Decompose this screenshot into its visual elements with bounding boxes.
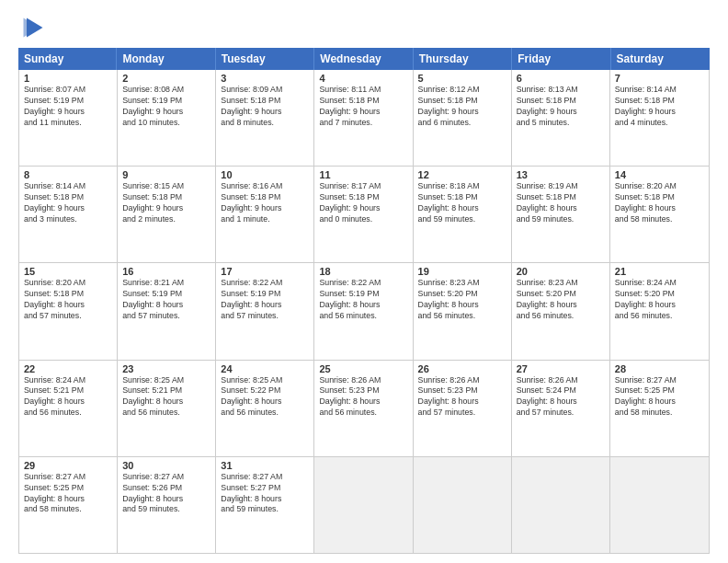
day-info: Sunrise: 8:17 AM Sunset: 5:18 PM Dayligh… — [319, 181, 407, 225]
day-number: 1 — [24, 73, 112, 84]
day-info: Sunrise: 8:23 AM Sunset: 5:20 PM Dayligh… — [418, 278, 506, 322]
day-number: 12 — [418, 169, 506, 180]
day-number: 27 — [517, 363, 605, 374]
day-number: 18 — [319, 266, 407, 277]
calendar-cell: 9Sunrise: 8:15 AM Sunset: 5:18 PM Daylig… — [118, 167, 216, 262]
calendar-cell: 8Sunrise: 8:14 AM Sunset: 5:18 PM Daylig… — [19, 167, 118, 262]
day-info: Sunrise: 8:09 AM Sunset: 5:18 PM Dayligh… — [221, 85, 309, 129]
day-number: 3 — [221, 73, 309, 84]
day-number: 22 — [24, 363, 112, 374]
day-info: Sunrise: 8:27 AM Sunset: 5:25 PM Dayligh… — [24, 472, 112, 516]
day-info: Sunrise: 8:16 AM Sunset: 5:18 PM Dayligh… — [221, 181, 309, 225]
day-number: 20 — [517, 266, 605, 277]
calendar-cell: 11Sunrise: 8:17 AM Sunset: 5:18 PM Dayli… — [314, 167, 413, 262]
day-info: Sunrise: 8:13 AM Sunset: 5:18 PM Dayligh… — [517, 85, 605, 129]
calendar-cell: 10Sunrise: 8:16 AM Sunset: 5:18 PM Dayli… — [216, 167, 314, 262]
calendar-cell: 7Sunrise: 8:14 AM Sunset: 5:18 PM Daylig… — [610, 70, 709, 166]
day-number: 21 — [615, 266, 704, 277]
day-number: 13 — [517, 169, 605, 180]
calendar-cell — [610, 457, 709, 553]
calendar-row: 1Sunrise: 8:07 AM Sunset: 5:19 PM Daylig… — [19, 70, 709, 167]
day-number: 25 — [319, 363, 407, 374]
header — [18, 15, 710, 40]
day-info: Sunrise: 8:22 AM Sunset: 5:19 PM Dayligh… — [221, 278, 309, 322]
day-number: 26 — [418, 363, 506, 374]
day-number: 28 — [615, 363, 704, 374]
calendar-cell: 1Sunrise: 8:07 AM Sunset: 5:19 PM Daylig… — [19, 70, 118, 166]
day-info: Sunrise: 8:20 AM Sunset: 5:18 PM Dayligh… — [24, 278, 112, 322]
calendar-header: SundayMondayTuesdayWednesdayThursdayFrid… — [18, 48, 710, 70]
calendar-cell: 19Sunrise: 8:23 AM Sunset: 5:20 PM Dayli… — [414, 263, 512, 359]
calendar-cell — [314, 457, 413, 553]
day-number: 19 — [418, 266, 506, 277]
calendar-row: 8Sunrise: 8:14 AM Sunset: 5:18 PM Daylig… — [19, 167, 709, 263]
calendar-cell: 23Sunrise: 8:25 AM Sunset: 5:21 PM Dayli… — [118, 361, 216, 456]
day-info: Sunrise: 8:11 AM Sunset: 5:18 PM Dayligh… — [319, 85, 407, 129]
day-info: Sunrise: 8:26 AM Sunset: 5:24 PM Dayligh… — [517, 375, 605, 419]
day-info: Sunrise: 8:27 AM Sunset: 5:26 PM Dayligh… — [122, 472, 210, 516]
day-info: Sunrise: 8:26 AM Sunset: 5:23 PM Dayligh… — [319, 375, 407, 419]
day-number: 16 — [122, 266, 210, 277]
day-number: 5 — [418, 73, 506, 84]
header-day-sunday: Sunday — [18, 48, 117, 70]
calendar-cell: 27Sunrise: 8:26 AM Sunset: 5:24 PM Dayli… — [512, 361, 610, 456]
calendar-cell: 13Sunrise: 8:19 AM Sunset: 5:18 PM Dayli… — [512, 167, 610, 262]
calendar-cell — [414, 457, 512, 553]
calendar-cell: 12Sunrise: 8:18 AM Sunset: 5:18 PM Dayli… — [414, 167, 512, 262]
logo-icon — [20, 15, 46, 40]
calendar-cell — [512, 457, 610, 553]
calendar-cell: 3Sunrise: 8:09 AM Sunset: 5:18 PM Daylig… — [216, 70, 314, 166]
calendar-body-outer: 1Sunrise: 8:07 AM Sunset: 5:19 PM Daylig… — [18, 70, 710, 554]
day-info: Sunrise: 8:27 AM Sunset: 5:25 PM Dayligh… — [615, 375, 704, 419]
calendar-cell: 14Sunrise: 8:20 AM Sunset: 5:18 PM Dayli… — [610, 167, 709, 262]
calendar-body: 1Sunrise: 8:07 AM Sunset: 5:19 PM Daylig… — [19, 70, 709, 553]
day-number: 17 — [221, 266, 309, 277]
day-info: Sunrise: 8:26 AM Sunset: 5:23 PM Dayligh… — [418, 375, 506, 419]
day-info: Sunrise: 8:24 AM Sunset: 5:20 PM Dayligh… — [615, 278, 704, 322]
header-day-thursday: Thursday — [414, 48, 512, 70]
calendar-cell: 2Sunrise: 8:08 AM Sunset: 5:19 PM Daylig… — [118, 70, 216, 166]
calendar-cell: 20Sunrise: 8:23 AM Sunset: 5:20 PM Dayli… — [512, 263, 610, 359]
header-day-friday: Friday — [512, 48, 610, 70]
day-info: Sunrise: 8:19 AM Sunset: 5:18 PM Dayligh… — [517, 181, 605, 225]
day-number: 9 — [122, 169, 210, 180]
day-number: 11 — [319, 169, 407, 180]
day-number: 10 — [221, 169, 309, 180]
page: SundayMondayTuesdayWednesdayThursdayFrid… — [0, 0, 728, 563]
day-info: Sunrise: 8:24 AM Sunset: 5:21 PM Dayligh… — [24, 375, 112, 419]
day-info: Sunrise: 8:15 AM Sunset: 5:18 PM Dayligh… — [122, 181, 210, 225]
day-number: 30 — [122, 460, 210, 471]
day-info: Sunrise: 8:27 AM Sunset: 5:27 PM Dayligh… — [221, 472, 309, 516]
calendar-cell: 6Sunrise: 8:13 AM Sunset: 5:18 PM Daylig… — [512, 70, 610, 166]
day-info: Sunrise: 8:25 AM Sunset: 5:21 PM Dayligh… — [122, 375, 210, 419]
day-number: 23 — [122, 363, 210, 374]
calendar-cell: 29Sunrise: 8:27 AM Sunset: 5:25 PM Dayli… — [19, 457, 118, 553]
day-info: Sunrise: 8:20 AM Sunset: 5:18 PM Dayligh… — [615, 181, 704, 225]
calendar-cell: 22Sunrise: 8:24 AM Sunset: 5:21 PM Dayli… — [19, 361, 118, 456]
calendar-cell: 30Sunrise: 8:27 AM Sunset: 5:26 PM Dayli… — [118, 457, 216, 553]
day-info: Sunrise: 8:25 AM Sunset: 5:22 PM Dayligh… — [221, 375, 309, 419]
calendar-cell: 16Sunrise: 8:21 AM Sunset: 5:19 PM Dayli… — [118, 263, 216, 359]
calendar-cell: 15Sunrise: 8:20 AM Sunset: 5:18 PM Dayli… — [19, 263, 118, 359]
calendar: SundayMondayTuesdayWednesdayThursdayFrid… — [18, 48, 710, 554]
calendar-cell: 24Sunrise: 8:25 AM Sunset: 5:22 PM Dayli… — [216, 361, 314, 456]
calendar-cell: 21Sunrise: 8:24 AM Sunset: 5:20 PM Dayli… — [610, 263, 709, 359]
day-number: 31 — [221, 460, 309, 471]
day-info: Sunrise: 8:18 AM Sunset: 5:18 PM Dayligh… — [418, 181, 506, 225]
day-number: 14 — [615, 169, 704, 180]
calendar-row: 15Sunrise: 8:20 AM Sunset: 5:18 PM Dayli… — [19, 263, 709, 360]
day-number: 29 — [24, 460, 112, 471]
header-day-tuesday: Tuesday — [216, 48, 314, 70]
calendar-cell: 25Sunrise: 8:26 AM Sunset: 5:23 PM Dayli… — [314, 361, 413, 456]
header-day-wednesday: Wednesday — [314, 48, 413, 70]
calendar-cell: 28Sunrise: 8:27 AM Sunset: 5:25 PM Dayli… — [610, 361, 709, 456]
day-number: 4 — [319, 73, 407, 84]
header-day-saturday: Saturday — [611, 48, 710, 70]
calendar-cell: 31Sunrise: 8:27 AM Sunset: 5:27 PM Dayli… — [216, 457, 314, 553]
calendar-cell: 18Sunrise: 8:22 AM Sunset: 5:19 PM Dayli… — [314, 263, 413, 359]
calendar-cell: 5Sunrise: 8:12 AM Sunset: 5:18 PM Daylig… — [414, 70, 512, 166]
calendar-cell: 26Sunrise: 8:26 AM Sunset: 5:23 PM Dayli… — [414, 361, 512, 456]
day-info: Sunrise: 8:12 AM Sunset: 5:18 PM Dayligh… — [418, 85, 506, 129]
day-number: 8 — [24, 169, 112, 180]
calendar-cell: 17Sunrise: 8:22 AM Sunset: 5:19 PM Dayli… — [216, 263, 314, 359]
